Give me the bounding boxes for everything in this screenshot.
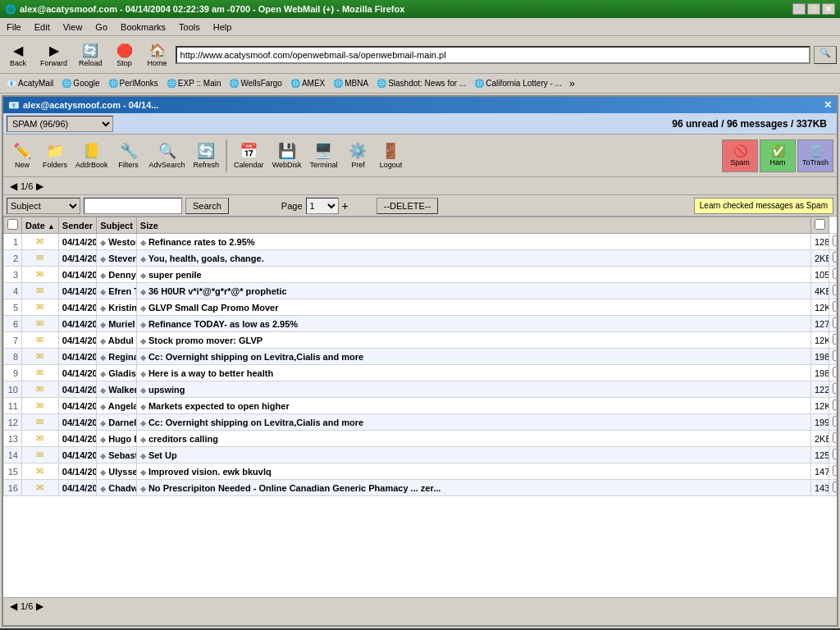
row-checkbox[interactable] [833, 399, 837, 410]
menu-go[interactable]: Go [92, 21, 111, 33]
row-checkbox[interactable] [833, 317, 837, 328]
row-checkbox-cell[interactable] [829, 283, 837, 299]
row-checkbox-cell[interactable] [829, 250, 837, 267]
ham-button[interactable]: ✅ Ham [760, 139, 796, 172]
row-date[interactable]: 04/14/2004 04:01:38 pm [58, 234, 96, 250]
row-flag[interactable]: ✉ [22, 234, 59, 250]
row-date[interactable]: 04/14/2004 02:40:28 pm [58, 283, 96, 299]
header-size[interactable]: Size [136, 217, 810, 234]
row-checkbox-cell[interactable] [829, 316, 837, 332]
row-date[interactable]: 04/14/2004 05:24:04 am [58, 463, 96, 480]
row-checkbox[interactable] [833, 350, 837, 361]
main-window-close-button[interactable]: ✕ [824, 99, 832, 111]
row-sender[interactable]: ◆ Denny Arellano [97, 267, 137, 283]
row-date[interactable]: 04/14/2004 12:13:11 pm [58, 381, 96, 398]
row-subject[interactable]: ◆ super penile [136, 267, 810, 283]
row-checkbox-cell[interactable] [829, 463, 837, 480]
bottom-nav-prev[interactable]: ◀ [7, 600, 21, 612]
calendar-button[interactable]: 📅 Calendar [231, 137, 267, 175]
row-subject[interactable]: ◆ Markets expected to open higher [136, 398, 810, 414]
row-sender[interactable]: ◆ Darnell Lockhart [97, 414, 137, 431]
menu-file[interactable]: File [3, 21, 25, 33]
row-sender[interactable]: ◆ Efren Thayer [97, 283, 137, 299]
row-flag[interactable]: ✉ [22, 316, 59, 332]
row-flag[interactable]: ✉ [22, 283, 59, 299]
check-all-checkbox[interactable] [7, 219, 18, 230]
row-date[interactable]: 04/14/2004 11:17:26 am [58, 414, 96, 431]
bottom-nav-next[interactable]: ▶ [33, 600, 47, 612]
row-sender[interactable]: ◆ Hugo Baker [97, 431, 137, 447]
row-checkbox[interactable] [833, 301, 837, 312]
row-checkbox[interactable] [833, 449, 837, 459]
row-checkbox[interactable] [833, 465, 837, 476]
bookmark-exp[interactable]: 🌐 EXP :: Main [163, 78, 225, 89]
menu-bookmarks[interactable]: Bookmarks [117, 21, 169, 33]
row-subject[interactable]: ◆ Improved vision. ewk bkuvlq [136, 463, 810, 480]
row-subject[interactable]: ◆ Refinance rates to 2.95% [136, 234, 810, 250]
bookmark-slashdot[interactable]: 🌐 Slashdot: News for ... [373, 78, 469, 89]
row-subject[interactable]: ◆ upswing [136, 381, 810, 398]
row-subject[interactable]: ◆ Set Up [136, 447, 810, 463]
row-checkbox-cell[interactable] [829, 299, 837, 316]
bookmark-acatymail[interactable]: 📧 AcatyMail [3, 78, 57, 89]
row-subject[interactable]: ◆ Stock promo mover: GLVP [136, 332, 810, 349]
row-flag[interactable]: ✉ [22, 349, 59, 365]
refresh-button[interactable]: 🔄 Refresh [190, 137, 223, 175]
page-select[interactable]: 1 2 3 4 5 6 [306, 198, 339, 214]
row-checkbox-cell[interactable] [829, 480, 837, 496]
row-date[interactable]: 04/14/2004 01:06:00 pm [58, 316, 96, 332]
check-all-checkbox2[interactable] [815, 219, 825, 230]
menu-edit[interactable]: Edit [31, 21, 53, 33]
header-subject[interactable]: Subject [97, 217, 137, 234]
spam-button[interactable]: 🚫 Spam [722, 139, 758, 172]
row-flag[interactable]: ✉ [22, 332, 59, 349]
row-subject[interactable]: ◆ Cc: Overnight shipping on Levitra,Cial… [136, 349, 810, 365]
nav-next-button[interactable]: ▶ [33, 180, 47, 192]
row-subject[interactable]: ◆ Cc: Overnight shipping on Levitra,Cial… [136, 414, 810, 431]
row-checkbox[interactable] [833, 334, 837, 345]
row-checkbox[interactable] [833, 268, 837, 279]
folders-button[interactable]: 📁 Folders [39, 137, 71, 175]
home-button[interactable]: 🏠 Home [143, 39, 172, 71]
row-checkbox[interactable] [833, 285, 837, 295]
header-sender[interactable]: Sender [58, 217, 96, 234]
row-sender[interactable]: ◆ Ulysses Cain [97, 463, 137, 480]
addrbook-button[interactable]: 📒 AddrBook [72, 137, 112, 175]
bookmark-wellsfargo[interactable]: 🌐 WellsFargo [226, 78, 285, 89]
row-subject[interactable]: ◆ You, health, goals, change. [136, 250, 810, 267]
row-flag[interactable]: ✉ [22, 299, 59, 316]
row-subject[interactable]: ◆ Refinance TODAY- as low as 2.95% [136, 316, 810, 332]
row-date[interactable]: 04/14/2004 01:26:20 pm [58, 299, 96, 316]
back-button[interactable]: ◀ Back [3, 39, 33, 71]
delete-button[interactable]: --DELETE-- [377, 198, 438, 214]
row-checkbox-cell[interactable] [829, 267, 837, 283]
bookmarks-more-button[interactable]: » [567, 77, 578, 90]
row-sender[interactable]: ◆ Chadwick Davidson [97, 480, 137, 496]
nav-prev-button[interactable]: ◀ [7, 180, 21, 192]
row-sender[interactable]: ◆ Walker Hatcher [97, 381, 137, 398]
header-check[interactable] [4, 217, 22, 234]
page-plus-button[interactable]: + [342, 199, 349, 212]
row-checkbox-cell[interactable] [829, 349, 837, 365]
search-field-select[interactable]: Subject From To Date Body [7, 198, 80, 214]
new-mail-button[interactable]: ✏️ New [7, 137, 38, 175]
advsearch-button[interactable]: 🔍 AdvSearch [146, 137, 189, 175]
filters-button[interactable]: 🔧 Filters [113, 137, 144, 175]
menu-view[interactable]: View [60, 21, 86, 33]
row-checkbox-cell[interactable] [829, 447, 837, 463]
folder-select[interactable]: SPAM (96/96) [7, 116, 113, 132]
menu-tools[interactable]: Tools [176, 21, 203, 33]
maximize-button[interactable]: □ [807, 3, 820, 15]
bookmark-calottery[interactable]: 🌐 California Lottery - ... [471, 78, 565, 89]
row-date[interactable]: 04/14/2004 06:43:54 am [58, 447, 96, 463]
terminal-button[interactable]: 🖥️ Terminal [306, 137, 340, 175]
row-subject[interactable]: ◆ No Prescripiton Needed - Online Canadi… [136, 480, 810, 496]
minimize-button[interactable]: _ [792, 3, 806, 15]
row-sender[interactable]: ◆ Weston Lacey [97, 234, 137, 250]
row-checkbox[interactable] [833, 432, 837, 443]
row-date[interactable]: 04/14/2004 05:05:58 am [58, 480, 96, 496]
row-flag[interactable]: ✉ [22, 463, 59, 480]
reload-button[interactable]: 🔄 Reload [75, 39, 107, 71]
row-checkbox-cell[interactable] [829, 414, 837, 431]
row-checkbox[interactable] [833, 383, 837, 394]
